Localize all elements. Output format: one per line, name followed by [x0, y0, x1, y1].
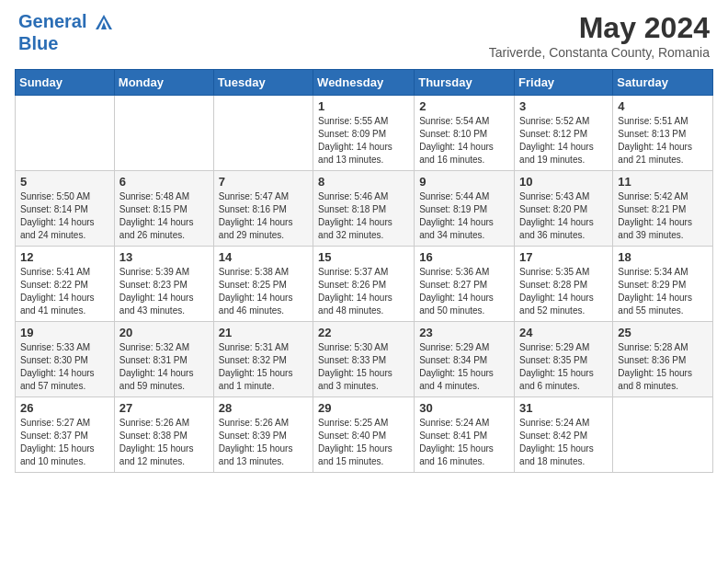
calendar-cell: 3Sunrise: 5:52 AM Sunset: 8:12 PM Daylig… [515, 96, 613, 171]
day-number: 16 [419, 250, 509, 264]
calendar-cell: 30Sunrise: 5:24 AM Sunset: 8:41 PM Dayli… [415, 397, 515, 473]
day-info: Sunrise: 5:43 AM Sunset: 8:20 PM Dayligh… [519, 190, 608, 242]
day-number: 24 [519, 326, 608, 339]
logo-general: General [18, 11, 86, 31]
day-number: 22 [318, 326, 409, 339]
calendar-cell: 1Sunrise: 5:55 AM Sunset: 8:09 PM Daylig… [313, 96, 415, 171]
day-info: Sunrise: 5:24 AM Sunset: 8:41 PM Dayligh… [419, 417, 509, 468]
day-number: 28 [219, 401, 308, 415]
calendar-cell: 26Sunrise: 5:27 AM Sunset: 8:37 PM Dayli… [16, 397, 115, 473]
calendar-body: 1Sunrise: 5:55 AM Sunset: 8:09 PM Daylig… [16, 96, 713, 473]
day-of-week-sunday: Sunday [16, 70, 115, 96]
day-number: 18 [618, 250, 708, 264]
calendar-cell: 17Sunrise: 5:35 AM Sunset: 8:28 PM Dayli… [515, 247, 613, 322]
logo: General Blue [18, 11, 114, 53]
calendar-table: SundayMondayTuesdayWednesdayThursdayFrid… [15, 69, 713, 473]
day-info: Sunrise: 5:24 AM Sunset: 8:42 PM Dayligh… [519, 417, 608, 468]
day-number: 19 [20, 326, 109, 339]
calendar-cell: 20Sunrise: 5:32 AM Sunset: 8:31 PM Dayli… [114, 322, 213, 397]
day-number: 4 [618, 99, 708, 113]
page-header: General Blue May 2024 Tariverde, Constan… [0, 0, 728, 65]
calendar-cell: 27Sunrise: 5:26 AM Sunset: 8:38 PM Dayli… [114, 397, 213, 473]
calendar-cell: 19Sunrise: 5:33 AM Sunset: 8:30 PM Dayli… [16, 322, 115, 397]
calendar-week-4: 19Sunrise: 5:33 AM Sunset: 8:30 PM Dayli… [16, 322, 713, 397]
day-number: 1 [318, 99, 409, 113]
day-info: Sunrise: 5:48 AM Sunset: 8:15 PM Dayligh… [119, 190, 209, 242]
day-number: 29 [318, 401, 409, 415]
day-number: 3 [519, 99, 608, 113]
calendar-cell: 29Sunrise: 5:25 AM Sunset: 8:40 PM Dayli… [313, 397, 415, 473]
days-of-week-row: SundayMondayTuesdayWednesdayThursdayFrid… [16, 70, 713, 96]
day-number: 14 [219, 250, 308, 264]
day-info: Sunrise: 5:37 AM Sunset: 8:26 PM Dayligh… [318, 266, 409, 317]
day-number: 7 [219, 175, 308, 189]
main-title: May 2024 [489, 11, 710, 45]
day-number: 27 [119, 401, 209, 415]
calendar-cell: 8Sunrise: 5:46 AM Sunset: 8:18 PM Daylig… [313, 171, 415, 247]
calendar-cell: 11Sunrise: 5:42 AM Sunset: 8:21 PM Dayli… [613, 171, 713, 247]
day-info: Sunrise: 5:29 AM Sunset: 8:35 PM Dayligh… [519, 341, 608, 393]
calendar-cell: 16Sunrise: 5:36 AM Sunset: 8:27 PM Dayli… [415, 247, 515, 322]
day-number: 26 [20, 401, 109, 415]
day-number: 25 [618, 326, 708, 339]
day-number: 21 [219, 326, 308, 339]
logo-icon [94, 13, 114, 33]
calendar-cell: 23Sunrise: 5:29 AM Sunset: 8:34 PM Dayli… [415, 322, 515, 397]
day-of-week-tuesday: Tuesday [213, 70, 313, 96]
logo-blue: Blue [18, 33, 114, 53]
calendar-cell [613, 397, 713, 473]
day-of-week-thursday: Thursday [415, 70, 515, 96]
calendar-cell [213, 96, 313, 171]
calendar-cell: 18Sunrise: 5:34 AM Sunset: 8:29 PM Dayli… [613, 247, 713, 322]
day-info: Sunrise: 5:52 AM Sunset: 8:12 PM Dayligh… [519, 115, 608, 167]
day-info: Sunrise: 5:32 AM Sunset: 8:31 PM Dayligh… [119, 341, 209, 393]
day-info: Sunrise: 5:35 AM Sunset: 8:28 PM Dayligh… [519, 266, 608, 317]
day-info: Sunrise: 5:42 AM Sunset: 8:21 PM Dayligh… [618, 190, 708, 242]
day-info: Sunrise: 5:47 AM Sunset: 8:16 PM Dayligh… [219, 190, 308, 242]
day-of-week-saturday: Saturday [613, 70, 713, 96]
day-number: 31 [519, 401, 608, 415]
calendar-cell: 25Sunrise: 5:28 AM Sunset: 8:36 PM Dayli… [613, 322, 713, 397]
day-info: Sunrise: 5:54 AM Sunset: 8:10 PM Dayligh… [419, 115, 509, 167]
calendar-week-3: 12Sunrise: 5:41 AM Sunset: 8:22 PM Dayli… [16, 247, 713, 322]
day-info: Sunrise: 5:34 AM Sunset: 8:29 PM Dayligh… [618, 266, 708, 317]
calendar-cell: 14Sunrise: 5:38 AM Sunset: 8:25 PM Dayli… [213, 247, 313, 322]
day-of-week-wednesday: Wednesday [313, 70, 415, 96]
day-info: Sunrise: 5:36 AM Sunset: 8:27 PM Dayligh… [419, 266, 509, 317]
day-number: 30 [419, 401, 509, 415]
day-number: 11 [618, 175, 708, 189]
day-info: Sunrise: 5:44 AM Sunset: 8:19 PM Dayligh… [419, 190, 509, 242]
calendar-cell [16, 96, 115, 171]
day-number: 20 [119, 326, 209, 339]
calendar-week-5: 26Sunrise: 5:27 AM Sunset: 8:37 PM Dayli… [16, 397, 713, 473]
day-number: 10 [519, 175, 608, 189]
calendar-cell: 9Sunrise: 5:44 AM Sunset: 8:19 PM Daylig… [415, 171, 515, 247]
calendar-cell: 13Sunrise: 5:39 AM Sunset: 8:23 PM Dayli… [114, 247, 213, 322]
calendar-cell: 5Sunrise: 5:50 AM Sunset: 8:14 PM Daylig… [16, 171, 115, 247]
calendar-cell: 4Sunrise: 5:51 AM Sunset: 8:13 PM Daylig… [613, 96, 713, 171]
day-info: Sunrise: 5:28 AM Sunset: 8:36 PM Dayligh… [618, 341, 708, 393]
day-info: Sunrise: 5:27 AM Sunset: 8:37 PM Dayligh… [20, 417, 109, 468]
day-info: Sunrise: 5:33 AM Sunset: 8:30 PM Dayligh… [20, 341, 109, 393]
calendar-cell: 31Sunrise: 5:24 AM Sunset: 8:42 PM Dayli… [515, 397, 613, 473]
day-of-week-friday: Friday [515, 70, 613, 96]
day-info: Sunrise: 5:26 AM Sunset: 8:38 PM Dayligh… [119, 417, 209, 468]
day-number: 13 [119, 250, 209, 264]
day-number: 15 [318, 250, 409, 264]
day-number: 6 [119, 175, 209, 189]
day-info: Sunrise: 5:30 AM Sunset: 8:33 PM Dayligh… [318, 341, 409, 393]
day-info: Sunrise: 5:39 AM Sunset: 8:23 PM Dayligh… [119, 266, 209, 317]
day-info: Sunrise: 5:55 AM Sunset: 8:09 PM Dayligh… [318, 115, 409, 167]
calendar-header: SundayMondayTuesdayWednesdayThursdayFrid… [16, 70, 713, 96]
calendar-week-1: 1Sunrise: 5:55 AM Sunset: 8:09 PM Daylig… [16, 96, 713, 171]
calendar-cell: 12Sunrise: 5:41 AM Sunset: 8:22 PM Dayli… [16, 247, 115, 322]
day-info: Sunrise: 5:38 AM Sunset: 8:25 PM Dayligh… [219, 266, 308, 317]
calendar-cell: 21Sunrise: 5:31 AM Sunset: 8:32 PM Dayli… [213, 322, 313, 397]
calendar-cell: 15Sunrise: 5:37 AM Sunset: 8:26 PM Dayli… [313, 247, 415, 322]
day-number: 2 [419, 99, 509, 113]
day-info: Sunrise: 5:26 AM Sunset: 8:39 PM Dayligh… [219, 417, 308, 468]
title-section: May 2024 Tariverde, Constanta County, Ro… [489, 11, 710, 60]
calendar-cell: 22Sunrise: 5:30 AM Sunset: 8:33 PM Dayli… [313, 322, 415, 397]
day-number: 8 [318, 175, 409, 189]
calendar-cell: 28Sunrise: 5:26 AM Sunset: 8:39 PM Dayli… [213, 397, 313, 473]
